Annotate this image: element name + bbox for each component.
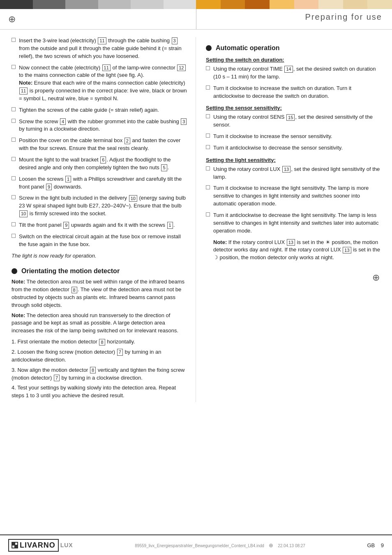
sensor-sensitivity-text-1: Using the rotary control SENS 15, set th…	[213, 113, 382, 129]
ref-15: 15	[286, 114, 295, 121]
switch-duration-heading: Setting the switch on duration:	[206, 57, 382, 63]
section-dot-orientating	[12, 268, 17, 274]
switch-duration-text-2: Turn it clockwise to increase the switch…	[213, 85, 382, 100]
sensor-sensitivity-item-1: Using the rotary control SENS 15, set th…	[206, 113, 382, 129]
color-seg-5	[131, 0, 164, 9]
color-seg-7	[196, 0, 221, 9]
sensor-sensitivity-item-3: Turn it anticlockwise to decrease the se…	[206, 144, 382, 152]
bullet-checkbox-1	[12, 38, 16, 42]
switch-duration-item-2: Turn it clockwise to increase the switch…	[206, 85, 382, 100]
orientating-title: Orientating the motion detector	[21, 267, 120, 275]
ref-14: 14	[284, 66, 293, 72]
color-seg-4	[98, 0, 131, 9]
light-sensitivity-item-3: Turn it anticlockwise to decrease the li…	[206, 212, 382, 235]
bottom-file-info-container: 89559_livx_Energiesparstrahler_Bewegungs…	[135, 542, 305, 548]
sensor-sensitivity-heading: Setting the sensor sensitivity:	[206, 105, 382, 111]
ref-8b: 8	[99, 339, 105, 345]
bullet-checkbox-10	[12, 234, 16, 238]
ref-4: 4	[60, 118, 66, 125]
bullet-item-2: Now connect the cable (electricity) 11 o…	[12, 64, 188, 103]
header-left: ⊕	[0, 14, 196, 25]
bullet-text-3: Tighten the screws of the cable guide (=…	[19, 106, 188, 114]
automatic-section-heading: Automatic operation	[206, 44, 382, 52]
left-column: Insert the 3-wire lead (electricity) 11 …	[0, 37, 196, 402]
bullet-item-5: Position the cover on the cable terminal…	[12, 137, 188, 152]
sensor-sensitivity-text-3: Turn it anticlockwise to decrease the se…	[213, 144, 382, 152]
ref-5: 5	[161, 164, 167, 171]
bottom-date: 22.04.13 08:27	[278, 543, 305, 548]
logo-cell-2	[15, 542, 18, 545]
compass-icon-right-container: ⊕	[372, 272, 380, 283]
color-seg-10	[270, 0, 294, 9]
logo-cell-1	[12, 542, 15, 545]
bullet-text-5: Position the cover on the cable terminal…	[19, 137, 188, 152]
sensor-sensitivity-text-2: Turn it clockwise to increase the sensor…	[213, 133, 382, 140]
top-bar-right	[196, 0, 392, 9]
orientating-section-heading: Orientating the motion detector	[12, 267, 188, 275]
bullet-text-6: Mount the light to the wall bracket 6. A…	[19, 156, 188, 172]
color-seg-12	[318, 0, 343, 9]
light-sensitivity-heading: Setting the light sensitivity:	[206, 157, 382, 163]
bullet-item-3: Tighten the screws of the cable guide (=…	[12, 106, 188, 114]
logo-livarno-text: LIVARNO	[20, 541, 55, 550]
ref-13a: 13	[282, 166, 291, 173]
logo-grid-icon	[12, 542, 18, 548]
bullet-item-8: Screw in the light bulb included in the …	[12, 194, 188, 218]
bullet-text-10: Switch on the electrical circuit again a…	[19, 233, 188, 249]
color-seg-1	[0, 0, 33, 9]
ref-1a: 1	[65, 176, 71, 182]
light-sensitivity-item-2: Turn it clockwise to increase the light …	[206, 184, 382, 208]
ref-12: 12	[177, 64, 185, 71]
light-sensitivity-text-1: Using the rotary control LUX 13, set the…	[213, 166, 382, 181]
bullet-checkbox-6	[12, 157, 16, 161]
sensor-sensitivity-checkbox-2	[206, 134, 210, 138]
light-sensitivity-note-text: Note: If the rotary control LUX 13 is se…	[213, 239, 382, 262]
bullet-item-4: Screw the screw 4 with the rubber gromme…	[12, 118, 188, 134]
color-seg-11	[294, 0, 319, 9]
sensor-sensitivity-item-2: Turn it clockwise to increase the sensor…	[206, 133, 382, 140]
orientating-step-2: 2. Loosen the fixing screw (motion detec…	[12, 348, 188, 364]
light-sensitivity-checkbox-2	[206, 185, 210, 189]
bullet-item-9: Tilt the front panel 9 upwards again and…	[12, 221, 188, 229]
logo-box: LIVARNO	[8, 539, 59, 552]
bullet-text-8: Screw in the light bulb included in the …	[19, 194, 188, 218]
light-sensitivity-text-2: Turn it clockwise to increase the light …	[213, 184, 382, 208]
bottom-file-info: 89559_livx_Energiesparstrahler_Bewegungs…	[135, 543, 264, 548]
logo-cell-4	[15, 545, 18, 548]
page-number: 9	[381, 542, 384, 548]
bullet-text-2: Now connect the cable (electricity) 11 o…	[19, 64, 188, 103]
ref-10a: 10	[129, 195, 137, 202]
top-color-bar	[0, 0, 392, 9]
bullet-checkbox-2	[12, 65, 16, 69]
sensor-sensitivity-checkbox-3	[206, 145, 210, 149]
logo-cell-3	[12, 545, 15, 548]
ref-7b: 7	[54, 375, 60, 381]
color-seg-8	[221, 0, 245, 9]
compass-icon-right: ⊕	[372, 272, 380, 283]
switch-duration-checkbox-1	[206, 66, 210, 70]
light-sensitivity-note: Note: If the rotary control LUX 13 is se…	[213, 239, 382, 262]
page-title: Preparing for use	[305, 12, 382, 21]
ref-8a: 8	[71, 287, 77, 293]
switch-duration-checkbox-2	[206, 85, 210, 90]
color-seg-2	[33, 0, 66, 9]
orientating-note2: Note: The detection area should run tran…	[12, 312, 188, 335]
ref-8c: 8	[90, 367, 96, 373]
ref-11a: 11	[98, 37, 106, 44]
light-sensitivity-item-1: Using the rotary control LUX 13, set the…	[206, 166, 382, 181]
right-column: Automatic operation Setting the switch o…	[196, 37, 392, 402]
bullet-checkbox-4	[12, 119, 16, 123]
page-number-area: GB 9	[367, 542, 384, 548]
ref-3a: 3	[172, 37, 178, 44]
ref-10b: 10	[19, 210, 28, 217]
main-content: Insert the 3-wire lead (electricity) 11 …	[0, 30, 392, 402]
light-sensitivity-checkbox-3	[206, 212, 210, 216]
light-sensitivity-checkbox-1	[206, 166, 210, 170]
bullet-checkbox-9	[12, 222, 16, 226]
bullet-item-1: Insert the 3-wire lead (electricity) 11 …	[12, 37, 188, 60]
bottom-compass: ⊕	[269, 542, 273, 548]
automatic-title: Automatic operation	[216, 44, 280, 52]
bullet-checkbox-8	[12, 195, 16, 199]
ref-9a: 9	[46, 184, 52, 190]
ref-13b: 13	[287, 239, 295, 246]
